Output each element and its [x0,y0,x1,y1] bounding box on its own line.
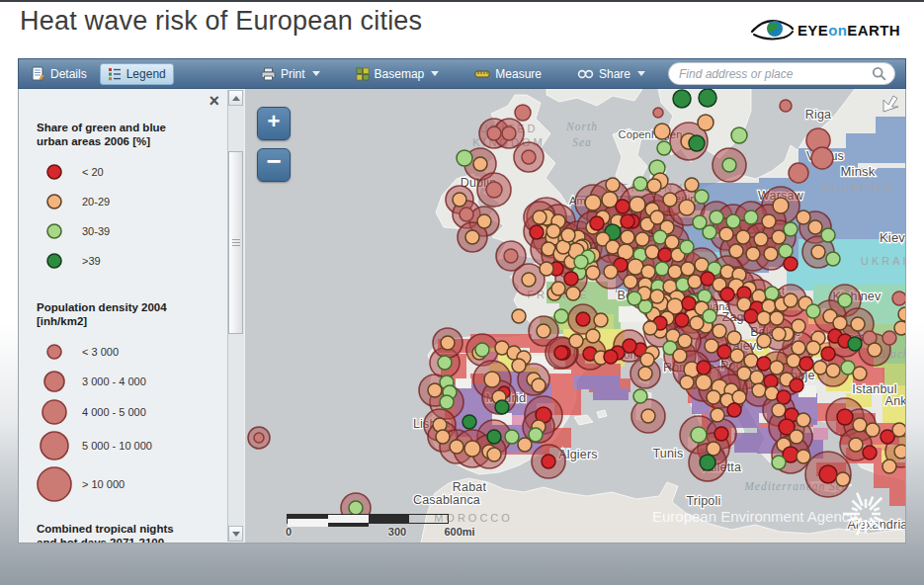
city-marker[interactable] [799,357,813,371]
city-marker[interactable] [764,247,778,261]
city-marker[interactable] [502,126,516,140]
city-marker[interactable] [811,245,825,259]
share-button[interactable]: Share [570,64,652,84]
city-marker[interactable] [729,244,743,258]
city-marker[interactable] [512,359,526,373]
city-marker[interactable] [710,210,723,224]
city-marker[interactable] [757,311,771,325]
city-marker[interactable] [711,408,724,422]
city-marker[interactable] [726,214,740,228]
city-marker[interactable] [438,356,452,370]
city-marker[interactable] [894,445,906,459]
city-marker[interactable] [703,309,716,323]
city-marker[interactable] [624,275,637,289]
city-marker[interactable] [762,214,776,228]
city-marker[interactable] [806,341,820,355]
city-marker[interactable] [752,383,766,397]
city-marker[interactable] [882,331,896,345]
city-marker[interactable] [693,215,707,229]
city-marker[interactable] [695,258,709,272]
city-marker[interactable] [464,441,480,457]
city-marker[interactable] [714,427,728,441]
city-marker[interactable] [727,331,741,345]
city-marker[interactable] [641,265,655,279]
city-marker[interactable] [576,312,590,326]
city-marker[interactable] [462,415,476,429]
city-marker[interactable] [635,232,649,246]
city-marker[interactable] [892,292,906,305]
city-marker[interactable] [688,275,702,289]
city-marker[interactable] [750,371,764,384]
city-marker[interactable] [699,89,716,107]
city-marker[interactable] [848,337,862,351]
city-marker[interactable] [554,309,568,323]
city-marker[interactable] [894,321,906,335]
city-marker[interactable] [797,450,810,463]
city-marker[interactable] [616,200,630,213]
city-marker[interactable] [707,390,720,404]
city-marker[interactable] [645,245,659,259]
city-marker[interactable] [696,375,712,390]
city-marker[interactable] [428,383,442,397]
city-marker[interactable] [349,501,363,515]
city-marker[interactable] [658,248,672,262]
city-marker[interactable] [772,327,786,341]
city-marker[interactable] [453,193,466,207]
city-marker[interactable] [691,427,707,443]
scrollbar-thumb[interactable] [228,151,243,334]
city-marker[interactable] [744,309,758,323]
city-marker[interactable] [690,316,704,330]
city-marker[interactable] [720,288,734,301]
city-marker[interactable] [254,433,264,443]
city-marker[interactable] [594,313,608,327]
city-marker[interactable] [554,346,568,360]
zoom-out-button[interactable]: − [257,148,291,182]
city-marker[interactable] [732,390,746,404]
city-marker[interactable] [797,413,810,427]
city-marker[interactable] [717,345,731,359]
city-marker[interactable] [787,354,800,368]
city-marker[interactable] [650,290,664,303]
city-marker[interactable] [585,195,601,210]
city-marker[interactable] [633,389,647,403]
city-marker[interactable] [604,265,618,279]
details-button[interactable]: Details [25,63,94,84]
city-marker[interactable] [719,227,733,241]
city-marker[interactable] [757,357,771,371]
city-marker[interactable] [450,440,463,454]
city-marker[interactable] [695,190,709,204]
city-marker[interactable] [457,150,472,166]
city-marker[interactable] [765,287,779,300]
city-marker[interactable] [789,163,808,183]
city-marker[interactable] [574,255,588,269]
city-marker[interactable] [882,460,896,473]
city-marker[interactable] [826,252,840,266]
city-marker[interactable] [773,198,789,213]
city-marker[interactable] [808,220,822,234]
city-marker[interactable] [640,353,654,367]
city-marker[interactable] [515,105,531,121]
city-marker[interactable] [826,364,840,377]
search-icon[interactable] [872,66,886,81]
city-marker[interactable] [460,208,473,221]
scroll-up-icon[interactable] [228,90,243,106]
city-marker[interactable] [487,126,501,140]
legend-scrollbar[interactable] [227,90,244,542]
city-marker[interactable] [821,228,835,242]
city-marker[interactable] [685,178,699,192]
city-marker[interactable] [790,378,803,392]
city-marker[interactable] [838,293,852,307]
city-marker[interactable] [537,324,550,338]
city-marker[interactable] [473,157,487,171]
city-marker[interactable] [590,216,604,230]
city-marker[interactable] [529,428,543,442]
city-marker[interactable] [487,448,501,461]
city-marker[interactable] [680,240,694,254]
city-marker[interactable] [484,372,500,387]
city-marker[interactable] [657,141,671,155]
measure-button[interactable]: Measure [467,64,548,84]
city-marker[interactable] [465,230,479,244]
city-marker[interactable] [441,336,455,350]
search-input[interactable] [677,66,872,82]
city-marker[interactable] [833,316,847,330]
